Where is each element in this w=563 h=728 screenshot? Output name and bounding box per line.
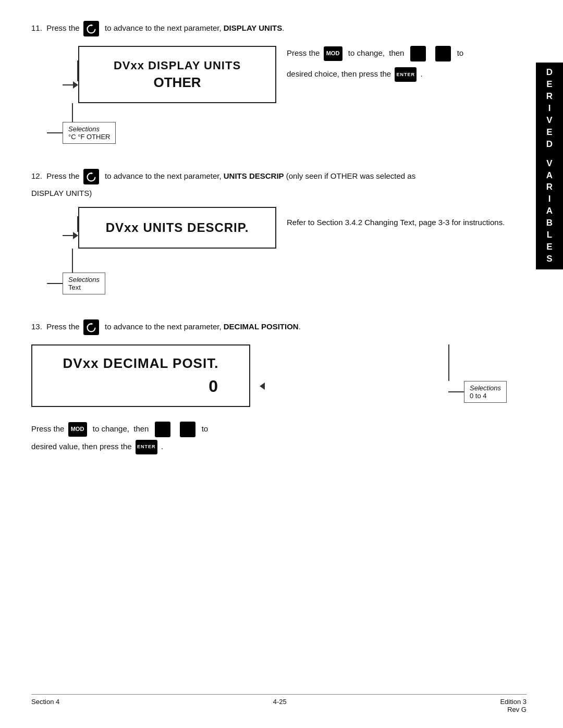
footer-edition: Edition 3 bbox=[500, 698, 527, 706]
selections-values-2: Text bbox=[68, 283, 100, 291]
selections-title-1: Selections bbox=[68, 125, 110, 133]
sidebar-tab: D E R I V E D V A R I A B L E S bbox=[536, 63, 563, 269]
enter-icon-3: ENTER bbox=[136, 440, 157, 454]
section-decimal-posit: 13. Press the to advance to the next par… bbox=[31, 319, 527, 454]
display-units-left: DVxx DISPLAY UNITS OTHER Selections bbox=[31, 46, 276, 144]
step1-text: 11. Press the to advance to the next par… bbox=[31, 21, 527, 36]
display-units-line1: DVxx DISPLAY UNITS bbox=[114, 59, 241, 72]
units-descrip-instructions: Refer to Section 3.4.2 Changing Text, pa… bbox=[276, 207, 527, 229]
selections-values-1: °C °F OTHER bbox=[68, 133, 110, 141]
left-arrow-icon-1 bbox=[410, 46, 426, 61]
units-descrip-left: DVxx UNITS DESCRIP. Selections Text bbox=[31, 207, 276, 294]
mod-icon-3: MOD bbox=[68, 422, 87, 437]
advance-icon-1 bbox=[83, 21, 99, 36]
units-descrip-box: DVxx UNITS DESCRIP. bbox=[78, 207, 276, 249]
decimal-instructions: Press the MOD to change, then bbox=[31, 422, 427, 454]
units-descrip-diagram: DVxx UNITS DESCRIP. Selections Text bbox=[31, 207, 527, 294]
advance-icon-2 bbox=[83, 169, 99, 184]
selections-box-3: Selections 0 to 4 bbox=[464, 381, 507, 403]
decimal-posit-line1: DVxx DECIMAL POSIT. bbox=[63, 355, 219, 372]
decimal-posit-value: 0 bbox=[209, 377, 218, 396]
display-units-instructions: Press the MOD to change, then bbox=[276, 46, 527, 82]
section-units-descrip: 12. Press the to advance to the next par… bbox=[31, 169, 527, 294]
selections-box-2: Selections Text bbox=[63, 273, 105, 294]
down-arrow-icon bbox=[180, 422, 195, 437]
decimal-posit-left: DVxx DECIMAL POSIT. 0 Press the M bbox=[31, 344, 427, 454]
up-arrow-icon bbox=[155, 422, 170, 437]
enter-icon-1: ENTER bbox=[395, 67, 417, 82]
decimal-posit-diagram: DVxx DECIMAL POSIT. 0 Press the M bbox=[31, 344, 527, 454]
selections-title-3: Selections bbox=[470, 384, 501, 392]
rotate-icon-1 bbox=[435, 46, 451, 61]
section-display-units: 11. Press the to advance to the next par… bbox=[31, 21, 527, 144]
step3-text: 13. Press the to advance to the next par… bbox=[31, 319, 527, 335]
units-descrip-line1: DVxx UNITS DESCRIP. bbox=[106, 220, 249, 235]
advance-icon-3 bbox=[83, 319, 99, 335]
footer-rev: Rev G bbox=[500, 706, 527, 713]
mod-icon-1: MOD bbox=[324, 46, 342, 61]
selections-title-2: Selections bbox=[68, 276, 100, 283]
display-units-diagram: DVxx DISPLAY UNITS OTHER Selections bbox=[31, 46, 527, 144]
footer-page: 4-25 bbox=[273, 698, 287, 713]
step2-text2: DISPLAY UNITS) bbox=[31, 188, 527, 200]
display-units-box: DVxx DISPLAY UNITS OTHER bbox=[78, 46, 276, 103]
selections-box-1: Selections °C °F OTHER bbox=[63, 122, 116, 144]
step2-text: 12. Press the to advance to the next par… bbox=[31, 169, 527, 184]
footer: Section 4 4-25 Edition 3 Rev G bbox=[31, 694, 527, 713]
selections-values-3: 0 to 4 bbox=[470, 392, 501, 400]
footer-section: Section 4 bbox=[31, 698, 59, 713]
decimal-posit-right: Selections 0 to 4 bbox=[433, 344, 527, 403]
decimal-posit-box: DVxx DECIMAL POSIT. 0 bbox=[31, 344, 250, 407]
display-units-line2: OTHER bbox=[154, 75, 201, 91]
